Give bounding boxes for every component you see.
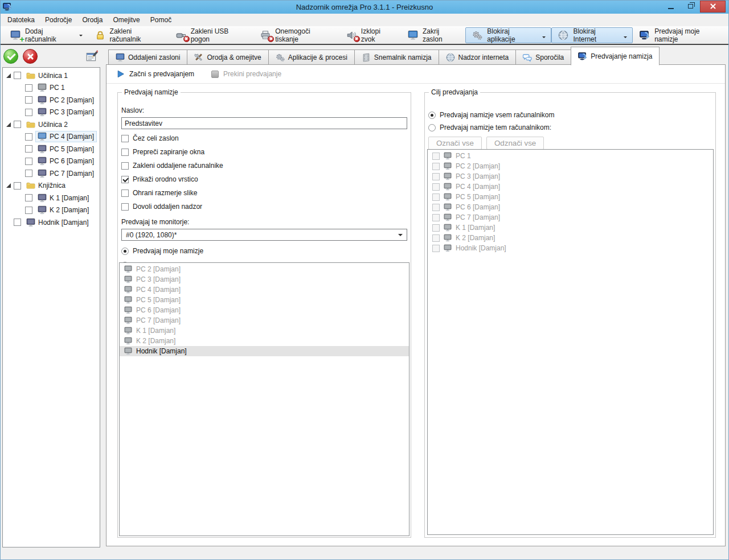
target-radio-row[interactable]: Predvajaj namizje vsem računalnikom — [428, 111, 712, 119]
option-checkbox[interactable] — [121, 135, 129, 142]
tree-checkbox[interactable] — [25, 133, 32, 141]
title-input[interactable] — [121, 117, 407, 129]
computer-icon — [124, 306, 132, 314]
blank-screen-button[interactable]: Zakrij zaslon — [401, 27, 465, 43]
menu-item[interactable]: Pomoč — [145, 15, 177, 25]
tree-checkbox[interactable] — [25, 194, 32, 201]
tree-checkbox[interactable] — [25, 170, 32, 177]
tree-checkbox[interactable] — [14, 219, 21, 226]
tree-checkbox[interactable] — [25, 207, 32, 214]
combo-arrow-icon — [398, 234, 403, 238]
monitor-select[interactable]: #0 (1920, 1080)* — [121, 229, 407, 241]
tree-item[interactable]: PC 2 [Damjan] — [3, 94, 100, 106]
disable-printing-button[interactable]: Onemogoči tiskanje — [253, 27, 339, 43]
tree-item[interactable]: Učilnica 2 — [3, 118, 100, 131]
option-row[interactable]: Dovoli oddaljen nadzor — [121, 203, 408, 211]
tree-checkbox[interactable] — [25, 109, 32, 116]
target-computer-item: PC 6 [Damjan] — [428, 202, 713, 212]
expand-arrow-icon[interactable] — [6, 183, 11, 188]
menu-item[interactable]: Omejitve — [108, 15, 145, 25]
radio-button[interactable] — [428, 124, 436, 131]
radio-button[interactable] — [428, 112, 436, 119]
broadcast-icon — [640, 30, 650, 40]
restore-button[interactable] — [681, 1, 700, 13]
tree-item-label: PC 6 [Damjan] — [50, 157, 94, 165]
computer-icon — [444, 183, 452, 191]
target-radio-row[interactable]: Predvajaj namizje tem računalnikom: — [428, 123, 712, 131]
tree-checkbox[interactable] — [25, 96, 32, 104]
lock-computer-button[interactable]: Zakleni računalnik — [88, 27, 169, 43]
menu-item[interactable]: Področje — [40, 15, 77, 25]
tab-desktop-recorder[interactable]: Snemalnik namizja — [354, 50, 439, 65]
tree-item[interactable]: PC 1 — [3, 82, 100, 94]
tab-applications-processes[interactable]: Aplikacije & procesi — [268, 50, 355, 65]
lock-usb-button[interactable]: Zakleni USB pogon — [169, 27, 254, 43]
cancel-button[interactable] — [23, 49, 38, 64]
select-buttons: Označi vse Odznači vse — [428, 137, 712, 150]
computer-label: PC 1 — [456, 152, 471, 160]
broadcast-desktop-button[interactable]: Predvajaj moje namizje — [633, 27, 729, 43]
option-checkbox[interactable] — [121, 162, 129, 170]
expand-arrow-icon[interactable] — [6, 122, 11, 127]
tab-internet-control[interactable]: Nadzor interneta — [439, 50, 517, 65]
tab-desktop-broadcast[interactable]: Predvajanje namizja — [571, 47, 660, 65]
computer-label: PC 5 [Damjan] — [456, 193, 500, 201]
tab-messages[interactable]: Sporočila — [515, 50, 571, 65]
tree-item[interactable]: PC 3 [Damjan] — [3, 106, 100, 119]
add-computer-button[interactable]: + Dodaj računalnik — [3, 27, 88, 43]
minimize-button[interactable] — [661, 1, 681, 13]
option-checkbox[interactable] — [121, 190, 129, 197]
option-row[interactable]: Prepreči zapiranje okna — [121, 148, 408, 156]
options-checkbox-list: Čez celi zaslon Prepreči zapiranje okna … — [121, 134, 408, 211]
tree-item[interactable]: K 2 [Damjan] — [3, 204, 100, 217]
menu-item[interactable]: Datoteka — [2, 15, 40, 25]
block-applications-button[interactable]: Blokiraj aplikacije — [465, 27, 551, 43]
confirm-button[interactable] — [3, 49, 18, 64]
tree-checkbox[interactable] — [14, 121, 21, 128]
tree-item[interactable]: Knjižnica — [3, 180, 100, 192]
source-radio-row[interactable]: Predvajaj moje namizje — [121, 247, 408, 255]
tree-item[interactable]: Učilnica 1 — [3, 69, 100, 82]
target-checkbox — [432, 224, 440, 232]
tree-checkbox[interactable] — [25, 145, 32, 153]
tree-item[interactable]: PC 5 [Damjan] — [3, 143, 100, 155]
tree-checkbox[interactable] — [14, 182, 21, 190]
option-checkbox[interactable] — [121, 203, 129, 211]
computer-label: PC 3 [Damjan] — [456, 172, 500, 180]
tree-item[interactable]: PC 6 [Damjan] — [3, 155, 100, 168]
block-badge-icon — [268, 36, 274, 42]
radio-button[interactable] — [121, 248, 129, 255]
option-checkbox[interactable] — [121, 176, 129, 183]
target-checkbox — [432, 193, 440, 201]
computer-icon — [444, 234, 452, 242]
block-internet-button[interactable]: Blokiraj Internet — [551, 27, 633, 43]
mute-sound-button[interactable]: Izklopi zvok — [339, 27, 401, 43]
tree-checkbox[interactable] — [25, 158, 32, 165]
target-checkbox — [432, 234, 440, 242]
computer-list-item: PC 7 [Damjan] — [120, 315, 409, 326]
expand-arrow-icon[interactable] — [6, 73, 11, 78]
start-broadcast-button[interactable]: Začni s predvajanjem — [117, 70, 194, 78]
edit-list-button[interactable] — [84, 49, 99, 64]
tab-remote-screens[interactable]: Oddaljeni zasloni — [108, 50, 187, 65]
menu-item[interactable]: Orodja — [77, 15, 108, 25]
toolbar-label: Zakleni USB pogon — [191, 27, 248, 43]
option-row[interactable]: Čez celi zaslon — [121, 134, 408, 142]
tree-checkbox[interactable] — [14, 72, 21, 79]
option-row[interactable]: Prikaži orodno vrstico — [121, 175, 408, 183]
tab-label: Sporočila — [535, 53, 564, 61]
tree-checkbox[interactable] — [25, 84, 32, 92]
tree-item[interactable]: PC 4 [Damjan] — [3, 131, 100, 143]
close-button[interactable] — [700, 1, 726, 13]
tab-label: Predvajanje namizja — [591, 52, 652, 60]
tab-tools-limits[interactable]: Orodja & omejitve — [187, 50, 268, 65]
tree-item[interactable]: K 1 [Damjan] — [3, 192, 100, 204]
tree-item[interactable]: Hodnik [Damjan] — [3, 216, 100, 229]
option-row[interactable]: Ohrani razmerje slike — [121, 189, 408, 197]
computer-icon — [444, 162, 452, 170]
block-badge-icon — [183, 36, 190, 42]
toolbar-label: Predvajaj moje namizje — [654, 27, 723, 43]
option-row[interactable]: Zakleni oddaljene računalnike — [121, 162, 408, 170]
option-checkbox[interactable] — [121, 149, 129, 156]
tree-item[interactable]: PC 7 [Damjan] — [3, 167, 100, 180]
